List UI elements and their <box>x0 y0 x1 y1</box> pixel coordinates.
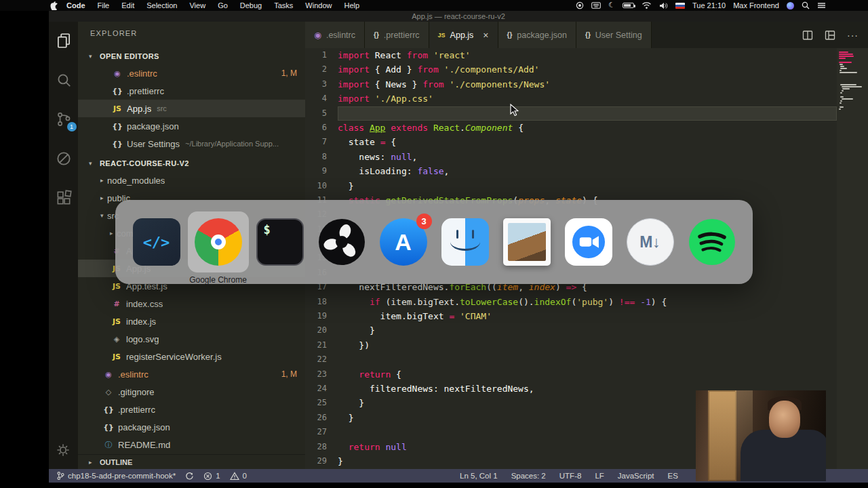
app-icon-finder[interactable] <box>441 218 489 266</box>
open-editors-header[interactable]: ▾ OPEN EDITORS <box>78 48 305 64</box>
line-number[interactable]: 9 <box>305 164 338 178</box>
indentation[interactable]: Spaces: 2 <box>511 472 546 480</box>
menu-item-debug[interactable]: Debug <box>234 0 268 11</box>
app-icon-chrome[interactable]: Google Chrome <box>195 218 242 266</box>
code-line[interactable]: 4import './App.css' <box>305 92 837 106</box>
encoding[interactable]: UTF-8 <box>559 472 582 480</box>
menu-bar-user[interactable]: Max Frontend <box>733 1 779 9</box>
code-line[interactable]: 20 } <box>305 323 837 338</box>
eol[interactable]: LF <box>595 472 604 480</box>
app-icon-vscode[interactable]: </> <box>133 218 180 266</box>
line-number[interactable]: 19 <box>305 309 338 323</box>
language-mode[interactable]: JavaScript <box>618 472 654 480</box>
explorer-icon[interactable] <box>55 32 73 49</box>
battery-icon[interactable] <box>623 3 634 8</box>
file-item-index.js[interactable]: JSindex.js <box>78 312 305 330</box>
editor-layout-icon[interactable] <box>825 30 835 41</box>
line-number[interactable]: 6 <box>305 121 338 135</box>
app-icon-obs[interactable] <box>318 218 366 266</box>
menu-item-window[interactable]: Window <box>299 0 338 11</box>
line-number[interactable]: 4 <box>305 92 338 106</box>
spotlight-search-icon[interactable] <box>802 1 810 9</box>
line-number[interactable]: 23 <box>305 367 338 382</box>
open-editor-item[interactable]: JSApp.jssrc <box>78 100 305 117</box>
app-icon-spotify[interactable] <box>688 218 736 266</box>
search-icon[interactable] <box>55 71 73 89</box>
git-branch-indicator[interactable]: chp18-5-add-pre-commit-hook* <box>57 471 176 481</box>
menu-item-tasks[interactable]: Tasks <box>268 0 299 11</box>
linter-status[interactable]: ES <box>667 472 677 480</box>
menu-item-view[interactable]: View <box>183 0 212 11</box>
line-number[interactable]: 21 <box>305 338 338 352</box>
code-line[interactable]: 22 <box>305 352 837 367</box>
menu-item-code[interactable]: Code <box>60 0 92 11</box>
tab-user-setting[interactable]: {}User Setting <box>576 22 652 48</box>
line-number[interactable]: 29 <box>305 454 338 468</box>
menu-item-go[interactable]: Go <box>212 0 234 11</box>
code-line[interactable]: 1import React from 'react' <box>305 48 837 62</box>
tab-package-json[interactable]: {}package.json <box>498 22 576 48</box>
code-line[interactable]: 10 } <box>305 179 837 193</box>
code-line[interactable]: 6class App extends React.Component { <box>305 121 837 135</box>
tab--prettierrc[interactable]: {}.prettierrc <box>365 22 429 48</box>
cursor-position[interactable]: Ln 5, Col 1 <box>460 472 498 480</box>
file-item-.eslintrc[interactable]: ◉.eslintrc1, M <box>78 365 305 383</box>
file-item-readme.md[interactable]: ⓘREADME.md <box>78 436 305 453</box>
line-number[interactable]: 7 <box>305 135 338 149</box>
line-number[interactable]: 8 <box>305 150 338 164</box>
code-line[interactable]: 21 }) <box>305 338 837 352</box>
volume-icon[interactable] <box>659 2 668 9</box>
line-number[interactable]: 22 <box>305 352 338 367</box>
code-line[interactable]: 9 isLoading: false, <box>305 164 837 178</box>
app-icon-macdown[interactable]: M↓ <box>627 218 674 266</box>
menu-item-help[interactable]: Help <box>338 0 366 11</box>
line-number[interactable]: 1 <box>305 48 338 62</box>
line-number[interactable]: 3 <box>305 77 338 92</box>
wifi-icon[interactable] <box>642 1 652 9</box>
line-number[interactable]: 18 <box>305 295 338 309</box>
menu-item-file[interactable]: File <box>92 0 116 11</box>
apple-menu[interactable] <box>50 1 58 10</box>
errors-indicator[interactable]: 1 <box>203 472 220 481</box>
menu-bar-clock[interactable]: Tue 21:10 <box>692 1 726 9</box>
menu-item-selection[interactable]: Selection <box>140 0 183 11</box>
code-line[interactable]: 5 <box>305 106 837 121</box>
code-line[interactable]: 18 if (item.bigText.toLowerCase().indexO… <box>305 295 837 309</box>
app-icon-mail[interactable] <box>503 218 551 266</box>
line-number[interactable]: 28 <box>305 440 338 454</box>
open-editor-item[interactable]: ◉.eslintrc1, M <box>78 64 305 82</box>
tab--eslintrc[interactable]: ◉.eslintrc <box>305 22 365 48</box>
app-icon-zoom[interactable] <box>565 218 612 266</box>
file-item-logo.svg[interactable]: ◈logo.svg <box>78 330 305 348</box>
more-actions-icon[interactable]: ··· <box>847 30 859 41</box>
line-number[interactable]: 2 <box>305 62 338 77</box>
code-line[interactable]: 3import { News } from './components/News… <box>305 77 837 92</box>
screen-record-icon[interactable] <box>576 1 584 9</box>
sync-indicator[interactable] <box>185 472 194 481</box>
app-icon-terminal[interactable]: $ <box>256 218 304 266</box>
code-line[interactable]: 19 item.bigText = 'СПАМ' <box>305 309 837 323</box>
line-number[interactable]: 24 <box>305 382 338 396</box>
line-number[interactable]: 10 <box>305 179 338 193</box>
code-line[interactable]: 23 return { <box>305 367 837 382</box>
minimap[interactable] <box>837 48 868 469</box>
file-item-.gitignore[interactable]: ◇.gitignore <box>78 383 305 401</box>
siri-icon[interactable] <box>787 2 794 9</box>
tab-app-js[interactable]: JSApp.js× <box>429 22 498 48</box>
line-number[interactable]: 5 <box>305 106 338 121</box>
notification-center-icon[interactable] <box>817 2 826 9</box>
line-number[interactable]: 26 <box>305 411 338 425</box>
line-number[interactable]: 25 <box>305 396 338 410</box>
extensions-icon[interactable] <box>55 189 73 207</box>
line-number[interactable]: 20 <box>305 323 338 338</box>
open-editor-item[interactable]: {}.prettierrc <box>78 82 305 100</box>
code-line[interactable]: 7 state = { <box>305 135 837 149</box>
line-number[interactable]: 27 <box>305 425 338 439</box>
file-item-package.json[interactable]: {}package.json <box>78 418 305 436</box>
debug-icon[interactable] <box>55 150 73 167</box>
tab-close-icon[interactable]: × <box>483 30 488 40</box>
code-line[interactable]: 8 news: null, <box>305 150 837 164</box>
open-editor-item[interactable]: {}User Settings~/Library/Application Sup… <box>78 135 305 152</box>
file-item-.prettierrc[interactable]: {}.prettierrc <box>78 401 305 418</box>
project-section-header[interactable]: ▾ REACT-COURSE-RU-V2 <box>78 155 305 171</box>
